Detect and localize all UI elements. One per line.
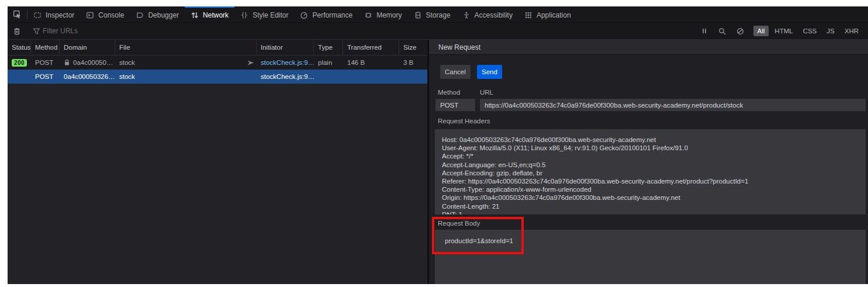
request-type-filters: All HTML CSS JS XHR: [750, 26, 867, 36]
request-row-selected[interactable]: POST 0a4c00050326… stock stockCheck.js:9…: [8, 70, 427, 84]
filter-css[interactable]: CSS: [799, 26, 821, 36]
pause-traffic-button[interactable]: [696, 23, 713, 39]
console-icon: [86, 11, 94, 19]
cell-transferred: 146 B: [343, 56, 399, 70]
cancel-button[interactable]: Cancel: [440, 65, 471, 79]
cell-type: plain: [314, 56, 343, 70]
tab-label: Style Editor: [253, 11, 288, 19]
devtools-window: Inspector Console Debugger Network: [8, 6, 868, 284]
status-badge: 200: [12, 59, 27, 67]
cell-status: [8, 70, 31, 84]
tab-performance[interactable]: Performance: [294, 6, 358, 22]
debugger-icon: [136, 11, 144, 19]
send-button[interactable]: Send: [477, 65, 502, 79]
cell-type: [314, 70, 343, 84]
request-row[interactable]: 200 POST 0a4c00050… stock: [8, 56, 427, 70]
network-icon: [191, 11, 199, 19]
cell-domain: 0a4c00050…: [60, 56, 115, 70]
url-input[interactable]: [480, 99, 866, 111]
network-content: Status Method Domain File Initiator Type…: [8, 40, 868, 284]
clear-requests-button[interactable]: [8, 23, 26, 39]
storage-icon: [414, 11, 422, 19]
cell-file: stock: [115, 70, 257, 84]
cell-file: stock: [115, 56, 257, 70]
tab-application[interactable]: Application: [518, 6, 577, 22]
tab-style-editor[interactable]: Style Editor: [234, 6, 294, 22]
trash-icon: [13, 27, 21, 36]
tab-label: Inspector: [46, 11, 74, 19]
request-list: Status Method Domain File Initiator Type…: [8, 40, 427, 284]
cell-size: 3 B: [399, 56, 427, 70]
column-header-domain[interactable]: Domain: [60, 40, 115, 55]
tab-debugger[interactable]: Debugger: [130, 6, 185, 22]
lock-icon: [64, 59, 70, 66]
element-picker-button[interactable]: [8, 6, 27, 22]
column-header-initiator[interactable]: Initiator: [257, 40, 314, 55]
filter-urls-input[interactable]: [43, 23, 695, 39]
performance-icon: [300, 11, 308, 19]
file-text: stock: [119, 73, 135, 80]
tab-inspector[interactable]: Inspector: [27, 6, 80, 22]
toolbox-tabbar: Inspector Console Debugger Network: [8, 6, 868, 23]
domain-text: 0a4c00050…: [73, 59, 113, 66]
tab-memory[interactable]: Memory: [358, 6, 407, 22]
cell-method: POST: [31, 70, 60, 84]
column-header-file[interactable]: File: [115, 40, 257, 55]
method-label: Method: [438, 89, 460, 96]
column-header-method[interactable]: Method: [31, 40, 60, 55]
filter-all[interactable]: All: [753, 26, 769, 36]
search-button[interactable]: [713, 23, 731, 39]
filter-js[interactable]: JS: [822, 26, 838, 36]
initiator-link[interactable]: stockCheck.js:9…: [257, 56, 314, 70]
block-icon: [736, 27, 744, 35]
inspector-icon: [33, 11, 42, 19]
tab-console[interactable]: Console: [80, 6, 130, 22]
block-request-button[interactable]: [731, 23, 749, 39]
cell-size: [399, 70, 427, 84]
url-label: URL: [480, 89, 493, 96]
search-icon: [718, 27, 726, 35]
new-request-panel: New Request Cancel Send Method URL Reque…: [428, 40, 868, 284]
method-input[interactable]: [435, 99, 475, 111]
column-header-status[interactable]: Status: [8, 40, 31, 55]
style-editor-icon: [240, 11, 248, 19]
request-body-textarea[interactable]: productId=1&storeId=1: [435, 230, 866, 284]
tab-accessibility[interactable]: Accessibility: [457, 6, 518, 22]
tab-label: Debugger: [148, 11, 179, 19]
application-icon: [524, 11, 532, 19]
tab-label: Storage: [426, 11, 451, 19]
accessibility-icon: [462, 11, 471, 19]
cell-domain: 0a4c00050326…: [60, 70, 115, 84]
tab-label: Memory: [376, 11, 402, 19]
memory-icon: [364, 11, 372, 19]
cell-transferred: [343, 70, 399, 84]
network-filter-toolbar: All HTML CSS JS XHR: [8, 23, 868, 40]
request-list-header: Status Method Domain File Initiator Type…: [8, 40, 427, 56]
cell-method: POST: [31, 56, 60, 70]
request-headers-label: Request Headers: [438, 117, 490, 125]
page-canvas: Inspector Console Debugger Network: [0, 0, 868, 287]
filter-html[interactable]: HTML: [770, 26, 797, 36]
filter-xhr[interactable]: XHR: [841, 26, 863, 36]
column-header-type[interactable]: Type: [314, 40, 343, 55]
column-header-size[interactable]: Size: [399, 40, 427, 55]
initiator-link[interactable]: stockCheck.js:9…: [257, 70, 314, 84]
request-list-empty-area: [8, 84, 427, 284]
tab-network[interactable]: Network: [185, 6, 234, 22]
tab-label: Network: [203, 11, 229, 19]
request-headers-textarea[interactable]: Host: 0a4c000503263c74c0a976de00f300ba.w…: [435, 129, 866, 215]
tab-label: Console: [98, 11, 124, 19]
request-body-label: Request Body: [438, 220, 480, 227]
tab-label: Accessibility: [475, 11, 513, 19]
tab-label: Performance: [312, 11, 352, 19]
filter-funnel-icon: [27, 27, 43, 35]
element-picker-icon: [13, 10, 22, 19]
cell-status: 200: [8, 56, 31, 70]
panel-title: New Request: [429, 40, 868, 55]
file-text: stock: [119, 59, 135, 66]
resend-arrow-icon: [247, 60, 254, 66]
tab-storage[interactable]: Storage: [408, 6, 457, 22]
column-header-transferred[interactable]: Transferred: [343, 40, 399, 55]
tab-label: Application: [537, 11, 571, 19]
pause-icon: [701, 27, 708, 34]
